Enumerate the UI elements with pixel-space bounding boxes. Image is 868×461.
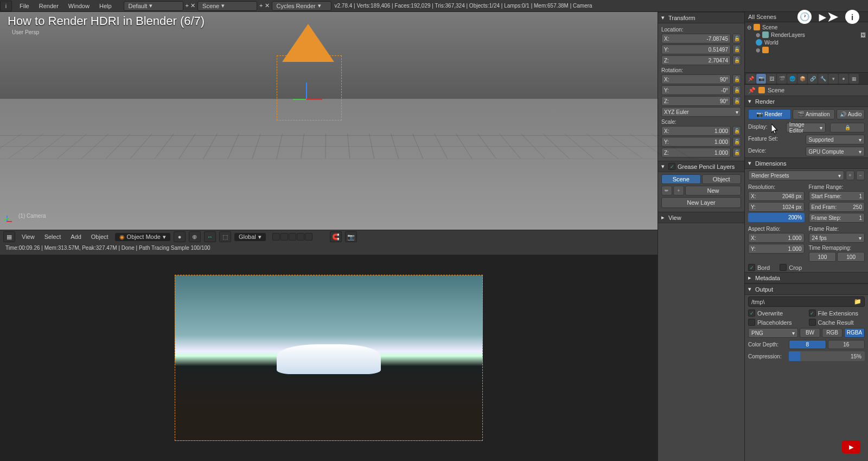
pin-icon[interactable]: 📌: [748, 86, 756, 94]
gp-object-tab[interactable]: Object: [702, 174, 742, 184]
layer-btn[interactable]: [305, 233, 312, 241]
timeremap-old-field[interactable]: 100: [809, 252, 837, 262]
pivot-icon[interactable]: ⊕: [189, 231, 201, 242]
tab-pin-icon[interactable]: 📌: [746, 74, 756, 84]
lock-icon[interactable]: 🔓: [732, 74, 741, 84]
gp-newlayer-button[interactable]: New Layer: [661, 197, 741, 208]
pencil-icon[interactable]: ✏: [661, 186, 672, 195]
featureset-dropdown[interactable]: Supported▾: [806, 135, 865, 144]
rot-z-field[interactable]: Z:90°: [661, 96, 731, 106]
border-checkbox[interactable]: [748, 264, 755, 271]
crop-checkbox[interactable]: [780, 264, 787, 271]
aspect-y-field[interactable]: Y:1.000: [748, 244, 805, 254]
rgb-button[interactable]: RGB: [822, 328, 843, 338]
select-menu[interactable]: Select: [41, 232, 65, 241]
lock-icon[interactable]: 🔓: [732, 45, 741, 54]
depth8-button[interactable]: 8: [789, 340, 826, 349]
metadata-header[interactable]: Metadata: [745, 272, 868, 283]
render-section-header[interactable]: Render: [745, 96, 868, 107]
render-engine-dropdown[interactable]: Cycles Render▾: [272, 1, 331, 11]
menu-window[interactable]: Window: [64, 2, 94, 10]
placeholders-checkbox[interactable]: [748, 319, 755, 326]
tab-scene-icon[interactable]: 🎬: [777, 74, 787, 84]
layer-btn[interactable]: [272, 233, 280, 241]
tab-render-icon[interactable]: 📷: [756, 74, 766, 84]
output-header[interactable]: Output: [745, 283, 868, 295]
outliner-item[interactable]: ⊕: [747, 46, 866, 54]
loc-x-field[interactable]: X:-7.08745: [661, 34, 731, 43]
tab-modifier-icon[interactable]: 🔧: [818, 74, 828, 84]
scale-y-field[interactable]: Y:1.000: [661, 137, 731, 147]
res-x-field[interactable]: X:2048 px: [748, 191, 805, 201]
overwrite-checkbox[interactable]: [748, 310, 755, 317]
lock-icon[interactable]: 🔓: [732, 85, 741, 95]
editor-type-icon[interactable]: i: [0, 1, 12, 11]
tab-renderlayer-icon[interactable]: 🖼: [767, 74, 776, 84]
tab-constraint-icon[interactable]: 🔗: [808, 74, 818, 84]
rot-x-field[interactable]: X:90°: [661, 74, 731, 84]
menu-file[interactable]: File: [15, 2, 34, 10]
info-icon[interactable]: i: [845, 10, 859, 24]
folder-icon[interactable]: 📁: [854, 298, 861, 305]
res-y-field[interactable]: Y:1024 px: [748, 202, 805, 212]
render-preview-icon[interactable]: 📷: [345, 231, 357, 242]
framerate-dropdown[interactable]: 24 fps▾: [809, 233, 865, 243]
audio-button[interactable]: 🔊Audio: [837, 109, 865, 119]
scale-x-field[interactable]: X:1.000: [661, 126, 731, 136]
loc-z-field[interactable]: Z:2.70474: [661, 55, 731, 65]
compression-slider[interactable]: 15%: [789, 351, 865, 361]
view-panel-header[interactable]: View: [658, 212, 744, 223]
tab-texture-icon[interactable]: ▦: [849, 74, 859, 84]
frame-step-field[interactable]: Frame Step:1: [809, 213, 865, 223]
layer-btn[interactable]: [297, 233, 304, 241]
menu-render[interactable]: Render: [35, 2, 63, 10]
outliner-world[interactable]: World: [747, 39, 866, 46]
aspect-x-field[interactable]: X:1.000: [748, 233, 805, 243]
dimensions-header[interactable]: Dimensions: [745, 157, 868, 169]
cache-checkbox[interactable]: [809, 319, 816, 326]
layer-btn[interactable]: [289, 233, 296, 241]
preset-add-icon[interactable]: +: [846, 170, 854, 180]
end-frame-field[interactable]: End Fram:250: [809, 202, 865, 212]
viewport-3d[interactable]: How to Render HDRI in Blender (6/7) User…: [0, 12, 658, 230]
lock-icon[interactable]: 🔓: [732, 137, 741, 147]
add-menu[interactable]: Add: [67, 232, 85, 241]
gp-new-button[interactable]: New: [685, 186, 741, 195]
gp-panel-header[interactable]: Grease Pencil Layers: [658, 161, 744, 172]
rgba-button[interactable]: RGBA: [844, 328, 865, 338]
lock-icon[interactable]: 🔓: [732, 34, 741, 43]
object-menu[interactable]: Object: [88, 232, 112, 241]
rot-y-field[interactable]: Y:-0°: [661, 85, 731, 95]
bw-button[interactable]: BW: [800, 328, 820, 338]
snap-icon[interactable]: 🧲: [330, 231, 342, 242]
display-dropdown[interactable]: Image Editor▾: [786, 123, 826, 132]
orientation-dropdown[interactable]: Global▾: [234, 233, 266, 241]
mode-dropdown[interactable]: ◉ Object Mode ▾: [115, 233, 170, 241]
output-path-field[interactable]: /tmp\📁: [748, 296, 865, 307]
timeremap-new-field[interactable]: 100: [837, 252, 865, 262]
tab-material-icon[interactable]: ●: [839, 74, 848, 84]
start-frame-field[interactable]: Start Frame:1: [809, 191, 865, 201]
view-menu[interactable]: View: [18, 232, 38, 241]
outliner-renderlayers[interactable]: ⊕RenderLayers🖼: [747, 31, 866, 39]
tab-data-icon[interactable]: ▾: [828, 74, 838, 84]
lock-icon[interactable]: 🔓: [732, 126, 741, 136]
shading-icon[interactable]: ●: [174, 231, 186, 242]
layers-icon[interactable]: ⬚: [219, 231, 231, 242]
gp-scene-tab[interactable]: Scene: [661, 174, 701, 184]
lock-icon[interactable]: 🔓: [732, 96, 741, 106]
image-editor[interactable]: [0, 255, 658, 462]
youtube-logo-icon[interactable]: ▶: [842, 440, 860, 453]
share-icon[interactable]: ➤: [821, 10, 835, 24]
render-presets-dropdown[interactable]: Render Presets▾: [748, 170, 844, 180]
lock-icon[interactable]: 🔓: [732, 55, 741, 65]
scene-dropdown[interactable]: Scene▾: [197, 1, 257, 11]
transform-panel-header[interactable]: Transform: [658, 12, 744, 23]
manipulator-icon[interactable]: ↔: [204, 231, 216, 242]
menu-help[interactable]: Help: [95, 2, 116, 10]
lock-ui-icon[interactable]: 🔒: [830, 123, 865, 132]
outliner-scene[interactable]: ⊖Scene: [747, 23, 866, 31]
lock-icon[interactable]: 🔓: [732, 148, 741, 157]
editor-type-3d-icon[interactable]: ▦: [3, 231, 15, 242]
file-format-dropdown[interactable]: PNG▾: [748, 328, 798, 338]
